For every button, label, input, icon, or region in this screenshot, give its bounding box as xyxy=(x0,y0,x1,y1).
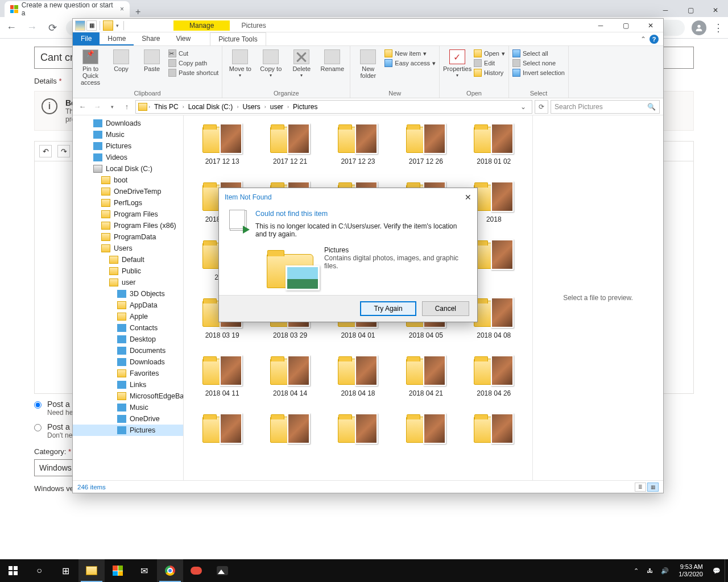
copy-button[interactable]: Copy xyxy=(107,47,135,72)
tab-file[interactable]: File xyxy=(73,32,100,45)
taskbar-mail[interactable]: ✉ xyxy=(131,559,157,582)
folder-item[interactable]: 2018 04 14 xyxy=(259,355,321,397)
breadcrumb-segment[interactable]: Pictures xyxy=(290,103,320,111)
taskbar-app1[interactable] xyxy=(183,559,209,582)
chrome-minimize-button[interactable]: ─ xyxy=(653,3,678,17)
copy-path-button[interactable]: Copy path xyxy=(168,59,218,67)
folder-item[interactable]: 2018 01 02 xyxy=(463,123,524,165)
tab-share[interactable]: Share xyxy=(134,32,168,45)
nav-back-button[interactable]: ← xyxy=(76,101,89,113)
reload-button[interactable]: ⟳ xyxy=(46,22,59,34)
nav-up-button[interactable]: ↑ xyxy=(121,101,133,113)
tree-item[interactable]: PerfLogs xyxy=(73,197,183,209)
select-all-button[interactable]: Select all xyxy=(512,49,565,57)
view-details-button[interactable]: ≣ xyxy=(635,483,646,492)
rename-button[interactable]: Rename xyxy=(318,47,346,72)
qat-newfolder-icon[interactable] xyxy=(103,20,113,31)
ribbon-collapse-icon[interactable]: ⌃ xyxy=(640,35,646,43)
invert-selection-button[interactable]: Invert selection xyxy=(512,69,565,77)
refresh-button[interactable]: ⟳ xyxy=(535,100,548,114)
breadcrumb-dropdown[interactable]: ⌄ xyxy=(517,103,530,111)
redo-button[interactable]: ↷ xyxy=(57,145,70,157)
tree-item[interactable]: AppData xyxy=(73,300,183,311)
folder-item[interactable] xyxy=(327,413,388,447)
select-none-button[interactable]: Select none xyxy=(512,59,565,67)
history-button[interactable]: History xyxy=(474,69,505,77)
delete-button[interactable]: Delete▾ xyxy=(287,47,316,78)
properties-button[interactable]: ✓Properties▾ xyxy=(443,47,471,78)
new-folder-button[interactable]: New folder xyxy=(354,47,382,79)
tab-view[interactable]: View xyxy=(168,32,198,45)
cancel-button[interactable]: Cancel xyxy=(422,301,469,316)
chrome-close-button[interactable]: ✕ xyxy=(703,3,728,17)
folder-item[interactable] xyxy=(259,413,321,447)
qat-dropdown[interactable]: ▾ xyxy=(114,23,121,28)
tree-item[interactable]: 3D Objects xyxy=(73,288,183,300)
breadcrumb-segment[interactable]: user xyxy=(267,103,286,111)
tree-item[interactable]: Pictures xyxy=(73,425,183,436)
pin-to-quick-access-button[interactable]: 📌Pin to Quick access xyxy=(76,47,105,86)
folder-item[interactable]: 2018 04 11 xyxy=(192,355,253,397)
tree-item[interactable]: Desktop xyxy=(73,334,183,345)
nav-recent-button[interactable]: ▾ xyxy=(106,101,118,113)
help-icon[interactable]: ? xyxy=(650,35,659,44)
chrome-tab[interactable]: Create a new question or start a × xyxy=(5,1,130,17)
tab-picture-tools[interactable]: Picture Tools xyxy=(210,32,266,45)
tree-item[interactable]: MicrosoftEdgeBackup xyxy=(73,390,183,402)
new-item-button[interactable]: New item ▾ xyxy=(384,49,436,57)
taskbar-photos[interactable] xyxy=(209,559,235,582)
chrome-maximize-button[interactable]: ▢ xyxy=(678,3,703,17)
navigation-pane[interactable]: DownloadsMusicPicturesVideosLocal Disk (… xyxy=(73,115,184,480)
tray-volume-icon[interactable]: 🔊 xyxy=(657,567,673,575)
tree-item[interactable]: Apple xyxy=(73,311,183,322)
radio-input[interactable] xyxy=(34,401,42,409)
breadcrumb[interactable]: › This PC› Local Disk (C:)› Users› user›… xyxy=(135,100,532,114)
tree-item[interactable]: Downloads xyxy=(73,356,183,368)
try-again-button[interactable]: Try Again xyxy=(360,301,416,316)
paste-button[interactable]: Paste xyxy=(138,47,166,72)
tree-item[interactable]: Local Disk (C:) xyxy=(73,163,183,174)
dialog-close-button[interactable]: ✕ xyxy=(465,193,471,202)
folder-item[interactable]: 2017 12 21 xyxy=(259,123,321,165)
folder-item[interactable] xyxy=(463,413,524,447)
tray-network-icon[interactable]: 🖧 xyxy=(643,567,657,574)
task-view-button[interactable]: ⊞ xyxy=(52,559,78,582)
radio-input[interactable] xyxy=(34,424,42,431)
taskbar-chrome[interactable] xyxy=(157,559,183,582)
forward-button[interactable]: → xyxy=(25,22,39,34)
cortana-button[interactable]: ○ xyxy=(26,559,52,582)
tree-item[interactable]: Default xyxy=(73,254,183,265)
tree-item[interactable]: Links xyxy=(73,379,183,390)
cut-button[interactable]: ✂Cut xyxy=(168,49,218,57)
close-icon[interactable]: × xyxy=(120,5,124,13)
tree-item[interactable]: OneDriveTemp xyxy=(73,186,183,197)
open-button[interactable]: Open ▾ xyxy=(474,49,505,57)
tree-item[interactable]: Contacts xyxy=(73,322,183,334)
tree-item[interactable]: Program Files (x86) xyxy=(73,220,183,231)
qat-properties-icon[interactable]: ▦ xyxy=(86,20,97,31)
start-button[interactable] xyxy=(0,559,26,582)
folder-item[interactable]: 2017 12 26 xyxy=(395,123,457,165)
tab-home[interactable]: Home xyxy=(100,32,134,45)
tray-notifications-icon[interactable]: 💬 xyxy=(709,567,725,575)
tray-clock[interactable]: 9:53 AM1/3/2020 xyxy=(673,563,709,578)
tree-item[interactable]: Documents xyxy=(73,345,183,356)
view-thumbnails-button[interactable]: ▦ xyxy=(647,483,659,492)
close-button[interactable]: ✕ xyxy=(638,19,663,32)
folder-item[interactable]: 2017 12 13 xyxy=(192,123,253,165)
tree-item[interactable]: boot xyxy=(73,174,183,186)
taskbar-explorer[interactable] xyxy=(78,559,105,582)
breadcrumb-segment[interactable]: This PC xyxy=(151,103,181,111)
folder-item[interactable]: 2018 04 18 xyxy=(327,355,388,397)
nav-forward-button[interactable]: → xyxy=(91,101,104,113)
tree-item[interactable]: ProgramData xyxy=(73,231,183,243)
chrome-menu-button[interactable]: ⋮ xyxy=(713,22,723,34)
minimize-button[interactable]: ─ xyxy=(588,19,613,32)
tree-item[interactable]: Music xyxy=(73,402,183,413)
profile-avatar[interactable] xyxy=(692,20,706,35)
explorer-titlebar[interactable]: ▦ ▾ Manage Pictures ─ ▢ ✕ xyxy=(73,19,663,32)
undo-button[interactable]: ↶ xyxy=(39,145,52,157)
tree-item[interactable]: Downloads xyxy=(73,118,183,129)
easy-access-button[interactable]: Easy access ▾ xyxy=(384,59,436,67)
move-to-button[interactable]: Move to▾ xyxy=(226,47,254,78)
